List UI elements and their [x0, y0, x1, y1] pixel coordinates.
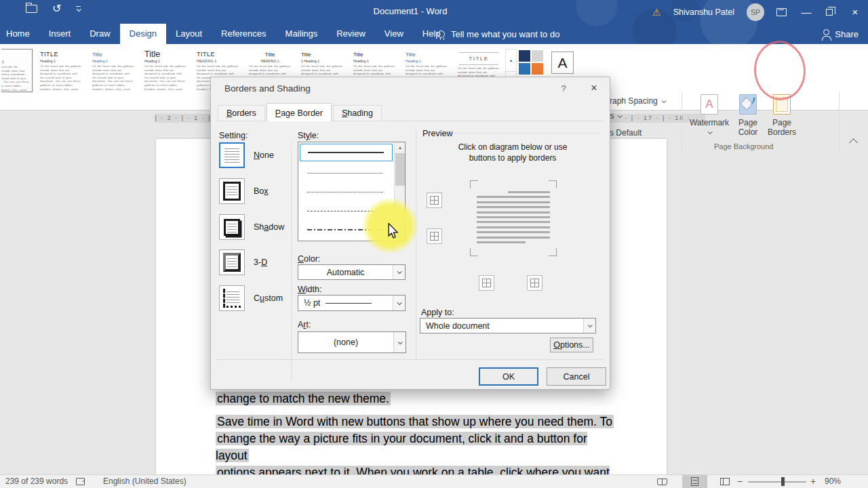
tab-review[interactable]: Review — [327, 24, 375, 44]
ribbon-tabs: HomeInsertDrawDesignLayoutReferencesMail… — [0, 24, 450, 44]
art-label: Art: — [298, 320, 311, 329]
preview-line — [477, 216, 550, 218]
border-grid-icon — [430, 232, 439, 241]
gallery-item-title: Title — [301, 51, 343, 58]
tab-layout[interactable]: Layout — [166, 24, 212, 44]
tab-insert[interactable]: Insert — [39, 24, 81, 44]
print-layout-button[interactable] — [682, 475, 707, 488]
web-layout-button[interactable] — [712, 475, 737, 488]
gallery-item-1[interactable]: TitleHeading 1On the Insert tab, the gal… — [1, 49, 33, 92]
tab-draw[interactable]: Draw — [80, 24, 119, 44]
read-mode-button[interactable] — [650, 475, 675, 488]
preview-line — [477, 226, 550, 228]
customize-qat-icon[interactable] — [76, 6, 81, 12]
gallery-item-4[interactable]: TitleHeading 1On the Insert tab, the gal… — [142, 49, 189, 92]
theme-colors-icon[interactable] — [519, 50, 545, 76]
width-dropdown[interactable]: ½ pt — [298, 295, 406, 311]
cancel-button[interactable]: Cancel — [547, 367, 606, 386]
preview-label: Preview — [422, 129, 452, 138]
tab-home[interactable]: Home — [0, 24, 39, 44]
undo-icon[interactable]: ↺ — [52, 4, 61, 14]
color-value: Automatic — [298, 268, 393, 277]
proofing-icon[interactable] — [76, 475, 85, 488]
setting-option-shadow[interactable]: Shadow — [219, 214, 284, 241]
zoom-slider-track[interactable] — [748, 481, 806, 483]
width-value: ½ pt — [298, 298, 393, 308]
dialog-tab-shading[interactable]: Shading — [333, 105, 382, 121]
print-layout-icon — [691, 477, 698, 486]
gallery-item-heading: Heading 1 — [406, 58, 448, 64]
options-button[interactable]: Options... — [550, 338, 593, 352]
selected-text: options appears next to it. When you wor… — [216, 466, 610, 474]
setting-option-none[interactable]: None — [219, 142, 274, 169]
user-name[interactable]: Shivanshu Patel — [673, 7, 734, 17]
dialog-tab-page-border[interactable]: Page Border — [267, 103, 332, 121]
minimize-button[interactable]: — — [799, 6, 814, 18]
style-label: Style: — [298, 131, 319, 140]
bottom-border-button[interactable] — [427, 228, 442, 244]
right-border-button[interactable] — [527, 275, 542, 291]
zoom-in-button[interactable]: + — [810, 475, 816, 488]
avatar[interactable]: SP — [747, 3, 764, 21]
page-borders-button[interactable]: Page Borders — [762, 94, 802, 137]
gallery-item-2[interactable]: TITLEHeading 1On the Insert tab, the gal… — [37, 49, 85, 92]
mouse-cursor — [387, 223, 399, 242]
left-border-button[interactable] — [479, 275, 494, 291]
setting-option-3-d[interactable]: 3-D — [219, 249, 267, 276]
tab-mailings[interactable]: Mailings — [276, 24, 328, 44]
ok-button[interactable]: OK — [479, 367, 538, 386]
gallery-item-title: Title — [249, 51, 291, 58]
lightbulb-icon — [437, 30, 445, 38]
dropdown-arrow-icon[interactable] — [583, 319, 595, 333]
dialog-tab-borders[interactable]: Borders — [218, 105, 265, 121]
color-dropdown[interactable]: Automatic — [298, 264, 406, 280]
style-option-dotted[interactable] — [300, 183, 393, 201]
word-app: ↺ Document1 - Word ⚠ Shivanshu Patel SP … — [0, 0, 868, 488]
watermark-button[interactable]: A Watermark — [690, 94, 729, 134]
tab-design[interactable]: Design — [120, 24, 166, 44]
gallery-item-title: Title — [353, 51, 395, 58]
share-button[interactable]: Share — [823, 24, 859, 44]
dropdown-arrow-icon[interactable] — [393, 332, 406, 352]
dropdown-arrow-icon[interactable] — [393, 265, 405, 279]
dialog-help-button[interactable]: ? — [557, 83, 570, 94]
preview-line — [477, 231, 550, 233]
scrollbar-thumb[interactable] — [395, 153, 405, 186]
scroll-up-icon[interactable]: ▲ — [395, 142, 406, 152]
setting-option-custom[interactable]: Custom — [219, 285, 283, 312]
gallery-up-icon[interactable]: ▲ — [506, 49, 516, 71]
selected-text: change the way a picture fits in your do… — [216, 432, 587, 462]
language-status[interactable]: English (United States) — [103, 475, 186, 488]
warning-icon[interactable]: ⚠ — [652, 7, 661, 17]
preview-line — [508, 191, 550, 193]
tab-references[interactable]: References — [212, 24, 275, 44]
preview-line — [477, 221, 550, 223]
top-border-button[interactable] — [427, 192, 442, 208]
ribbon-display-options-icon[interactable] — [776, 8, 787, 16]
word-count[interactable]: 239 of 239 words — [5, 475, 68, 488]
text-line: change to match the new theme. — [216, 390, 616, 407]
zoom-level[interactable]: 90% — [825, 475, 841, 488]
setting-thumbnail — [219, 285, 245, 311]
status-bar: 239 of 239 words English (United States)… — [0, 474, 868, 488]
style-option-solid[interactable] — [300, 144, 393, 161]
dropdown-arrow-icon[interactable] — [393, 296, 405, 310]
style-option-thin[interactable] — [300, 164, 393, 182]
setting-option-box[interactable]: Box — [219, 178, 269, 205]
zoom-out-button[interactable]: − — [737, 475, 743, 488]
tell-me-box[interactable]: Tell me what you want to do — [437, 24, 559, 44]
restore-button[interactable] — [826, 9, 833, 16]
setting-page-icon — [223, 253, 241, 272]
tab-view[interactable]: View — [375, 24, 413, 44]
art-dropdown[interactable]: (none) — [298, 331, 406, 353]
open-folder-icon[interactable] — [26, 5, 37, 13]
gallery-item-3[interactable]: TitleHeading 1On the Insert tab, the gal… — [90, 49, 137, 92]
close-button[interactable]: × — [848, 6, 863, 18]
setting-option-label: Custom — [254, 293, 283, 303]
art-value: (none) — [298, 338, 393, 347]
zoom-slider-thumb[interactable] — [781, 477, 785, 486]
apply-to-dropdown[interactable]: Whole document — [420, 318, 596, 333]
watermark-label: Watermark — [690, 118, 729, 127]
dialog-close-button[interactable]: × — [584, 81, 604, 96]
theme-fonts-icon[interactable]: A — [551, 52, 574, 74]
